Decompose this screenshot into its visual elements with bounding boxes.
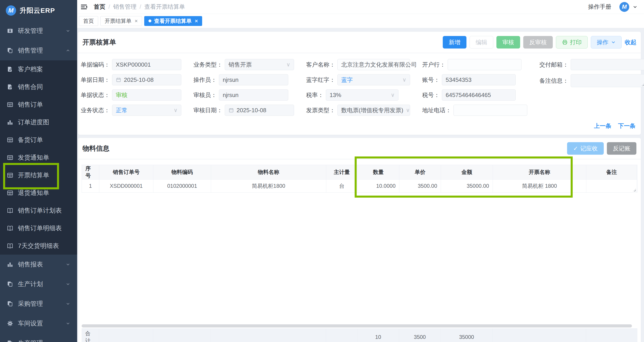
sidebar-item-partial[interactable]: 生产管理 bbox=[0, 333, 77, 342]
operator-input[interactable]: njrsun bbox=[219, 74, 288, 86]
add-button[interactable]: 新增 bbox=[443, 36, 466, 48]
material-toolbar: ✓ 记应收 反记账 bbox=[567, 142, 636, 155]
actions-dropdown-button[interactable]: 操作 bbox=[591, 36, 622, 48]
resize-handle[interactable] bbox=[641, 83, 644, 86]
sidebar-item-workshop-settings[interactable]: 车间设置 bbox=[0, 314, 77, 333]
sidebar-item-sales-report[interactable]: 销售报表 bbox=[0, 254, 77, 274]
col-header-invoice-name[interactable]: 开票名称 bbox=[493, 165, 586, 179]
col-header-material-name[interactable]: 物料名称 bbox=[211, 165, 326, 179]
app-title: 升阳云ERP bbox=[20, 6, 55, 15]
material-table: 序号 销售订单号 物料编码 物料名称 主计量 数量 单价 金额 开票名称 备注 … bbox=[82, 165, 637, 193]
sidebar-item-delivery-notice[interactable]: 发货通知单 bbox=[0, 149, 77, 166]
chevron-down-icon: ∨ bbox=[174, 107, 178, 113]
sidebar-item-invoice-settlement[interactable]: 开票结算单 bbox=[0, 166, 77, 184]
sidebar-item-order-progress-chart[interactable]: 订单进度图 bbox=[0, 113, 77, 131]
copy-icon bbox=[7, 300, 14, 307]
bill-code-input[interactable]: XSKP000001 bbox=[112, 59, 181, 70]
collapse-link[interactable]: 收起 bbox=[625, 38, 636, 46]
close-icon[interactable]: × bbox=[134, 18, 138, 24]
sidebar-item-label: 销售合同 bbox=[18, 83, 43, 91]
chevron-down-icon bbox=[66, 262, 70, 267]
resize-handle[interactable] bbox=[633, 188, 636, 192]
sidebar-item-customer-archive[interactable]: 客户档案 bbox=[0, 60, 77, 78]
sidebar: M 升阳云ERP 研发管理 销售管理 客户档案 销售合同 销售订单 订单进度图 bbox=[0, 0, 77, 342]
prev-record-link[interactable]: 上一条 bbox=[594, 122, 611, 130]
biz-type-select[interactable]: 销售开票∨ bbox=[225, 59, 294, 70]
record-receivable-button[interactable]: ✓ 记应收 bbox=[567, 142, 604, 155]
manual-link[interactable]: 操作手册 bbox=[588, 3, 611, 11]
col-header-amount[interactable]: 金额 bbox=[441, 165, 493, 179]
delivery-email-input[interactable] bbox=[571, 59, 644, 70]
sidebar-item-stock-order[interactable]: 备货订单 bbox=[0, 131, 77, 149]
reverse-posting-button[interactable]: 反记账 bbox=[607, 142, 636, 155]
col-header-qty[interactable]: 数量 bbox=[358, 165, 399, 179]
unaudit-button[interactable]: 反审核 bbox=[523, 36, 553, 48]
next-record-link[interactable]: 下一条 bbox=[618, 122, 636, 130]
col-header-material-code[interactable]: 物料编码 bbox=[154, 165, 211, 179]
audit-button[interactable]: 审核 bbox=[496, 36, 520, 48]
blue-red-select[interactable]: 蓝字∨ bbox=[338, 74, 410, 86]
doc-edit-icon bbox=[7, 84, 14, 90]
bill-status-field[interactable]: 审核 bbox=[112, 90, 181, 100]
tax-no-input[interactable]: 64575464646465 bbox=[442, 90, 516, 100]
audit-date-picker[interactable]: 2025-10-08 bbox=[225, 104, 294, 116]
sidebar-item-sales-order-plan-report[interactable]: 销售订单计划表 bbox=[0, 202, 77, 219]
chevron-down-icon: ∨ bbox=[286, 62, 290, 68]
sidebar-item-sales-management[interactable]: 销售管理 bbox=[0, 41, 77, 60]
cell-price: 3500.00 bbox=[399, 180, 441, 192]
breadcrumb-sales-management[interactable]: 销售管理 bbox=[113, 3, 136, 11]
sidebar-item-label: 生产管理 bbox=[18, 339, 43, 342]
bank-input[interactable] bbox=[448, 59, 522, 70]
table-icon bbox=[7, 172, 14, 178]
tab-invoice-settlement[interactable]: 开票结算单 × bbox=[100, 16, 142, 26]
breadcrumb-home[interactable]: 首页 bbox=[94, 3, 105, 11]
sidebar-item-sales-order[interactable]: 销售订单 bbox=[0, 96, 77, 113]
erp-app: { "app": { "manual_label": "操作手册", "avat… bbox=[0, 0, 644, 342]
avatar[interactable]: M bbox=[620, 2, 629, 12]
biz-status-select[interactable]: 正常∨ bbox=[112, 104, 181, 116]
footer-total-amount: 35000 bbox=[441, 328, 492, 342]
col-header-price[interactable]: 单价 bbox=[399, 165, 441, 179]
customer-name-input[interactable]: 北京注意力文化发展有限公司 bbox=[338, 59, 410, 70]
col-header-sales-order-no[interactable]: 销售订单号 bbox=[99, 165, 154, 179]
close-icon[interactable]: × bbox=[195, 18, 198, 24]
form-col-1: 单据编码： XSKP000001 单据日期： 2025-10-08 单据状态： … bbox=[81, 59, 181, 116]
col-header-unit[interactable]: 主计量 bbox=[326, 165, 358, 179]
remark-textarea[interactable] bbox=[571, 74, 644, 87]
sidebar-item-label: 订单进度图 bbox=[18, 118, 49, 126]
auditor-input[interactable]: njrsun bbox=[219, 90, 288, 100]
col-header-remark[interactable]: 备注 bbox=[586, 165, 637, 179]
print-button[interactable]: 打印 bbox=[556, 36, 588, 48]
invoice-type-select[interactable]: 数电票(增值税专用发票)∨ bbox=[338, 104, 410, 116]
edit-button[interactable]: 编辑 bbox=[470, 36, 493, 48]
form-col-4: 开户行： 账号： 53454353 税号： 64575464646465 地址电… bbox=[422, 59, 527, 116]
tab-view-invoice-settlement[interactable]: 查看开票结算单 × bbox=[144, 16, 202, 26]
sidebar-item-sales-order-detail-report[interactable]: 销售订单明细表 bbox=[0, 219, 77, 237]
app-logo: M 升阳云ERP bbox=[0, 0, 77, 21]
sidebar-item-return-notice[interactable]: 退货通知单 bbox=[0, 184, 77, 202]
calendar-icon bbox=[228, 108, 234, 113]
sidebar-item-rd-management[interactable]: 研发管理 bbox=[0, 21, 77, 41]
tax-rate-select[interactable]: 13%∨ bbox=[326, 90, 398, 100]
sidebar-item-purchase-management[interactable]: 采购管理 bbox=[0, 294, 77, 314]
sidebar-item-production-plan[interactable]: 生产计划 bbox=[0, 274, 77, 294]
cell-material-code: 0102000001 bbox=[154, 180, 211, 192]
menu-fold-icon[interactable] bbox=[80, 2, 88, 12]
table-row[interactable]: 1 XSDD000001 0102000001 简易机柜1800 台 10.00… bbox=[82, 180, 637, 193]
bill-date-picker[interactable]: 2025-10-08 bbox=[112, 74, 181, 86]
logo-icon: M bbox=[6, 5, 16, 16]
form-col-2: 业务类型： 销售开票∨ 操作员： njrsun 审核员： njrsun 审核日期… bbox=[194, 59, 294, 116]
sidebar-item-label: 退货通知单 bbox=[18, 189, 49, 197]
address-phone-input[interactable] bbox=[454, 104, 527, 116]
sidebar-item-sales-contract[interactable]: 销售合同 bbox=[0, 78, 77, 96]
account-input[interactable]: 53454353 bbox=[442, 74, 516, 86]
sidebar-item-7day-delivery-report[interactable]: 7天交货明细表 bbox=[0, 237, 77, 254]
horizontal-scrollbar[interactable] bbox=[82, 324, 632, 328]
table-icon bbox=[7, 154, 14, 161]
col-header-seq[interactable]: 序号 bbox=[82, 165, 99, 179]
chevron-down-icon[interactable] bbox=[633, 5, 637, 9]
cell-remark[interactable] bbox=[586, 180, 637, 192]
chevron-down-icon bbox=[66, 28, 70, 33]
breadcrumb-separator: / bbox=[140, 3, 141, 10]
tab-home[interactable]: 首页 bbox=[79, 16, 98, 26]
